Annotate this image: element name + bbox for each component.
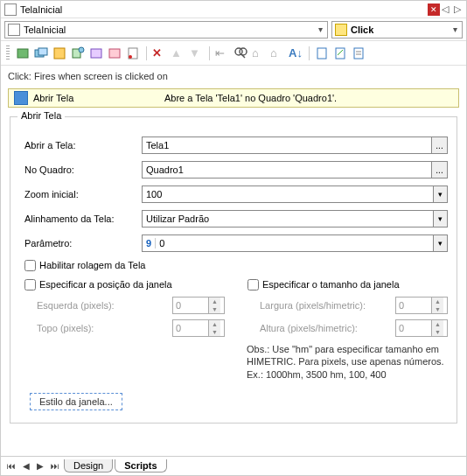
action-header[interactable]: Abrir Tela Abre a Tela 'Tela1' no Quadro… xyxy=(8,88,459,108)
altura-input xyxy=(396,323,431,333)
himetric-note: Obs.: Use "hm" para especificar tamanho … xyxy=(19,340,448,389)
toolbar-btn-2[interactable] xyxy=(32,45,50,62)
toolbar-btn-1[interactable] xyxy=(14,45,31,62)
svg-point-5 xyxy=(79,47,84,52)
label-abrir-tela: Abrir a Tela: xyxy=(19,140,142,150)
spin-up-icon: ▲ xyxy=(432,320,443,328)
spin-down-icon: ▼ xyxy=(432,328,443,336)
group-legend: Abrir Tela xyxy=(17,110,65,121)
abrir-tela-input[interactable] xyxy=(143,140,431,150)
label-largura: Largura (pixels/himetric): xyxy=(260,300,390,311)
label-esquerda: Esquerda (pixels): xyxy=(37,300,167,311)
habilitar-rolagem-checkbox[interactable] xyxy=(24,260,36,271)
chevron-down-icon[interactable]: ▾ xyxy=(451,24,459,34)
no-quadro-input[interactable] xyxy=(143,164,431,175)
habilitar-rolagem-label: Habilitar rolagem da Tela xyxy=(39,260,145,270)
action-name: Abrir Tela xyxy=(33,93,164,103)
close-icon[interactable]: ✕ xyxy=(428,4,440,16)
svg-rect-3 xyxy=(54,48,65,59)
largura-input xyxy=(396,300,431,311)
parametro-field[interactable]: 9 ▾ xyxy=(142,234,448,252)
label-alinhamento: Alinhamento da Tela: xyxy=(19,214,142,224)
alinhamento-field[interactable]: ▾ xyxy=(142,210,448,228)
zoom-input[interactable] xyxy=(143,189,433,200)
chevron-down-icon[interactable]: ▾ xyxy=(317,24,324,34)
especificar-posicao-label: Especificar a posição da janela xyxy=(39,279,172,290)
toolbar-separator xyxy=(206,45,213,62)
svg-rect-6 xyxy=(91,49,101,58)
chevron-down-icon[interactable]: ▾ xyxy=(433,235,447,251)
largura-spinner: ▲▼ xyxy=(395,297,448,314)
svg-rect-14 xyxy=(336,48,345,59)
svg-point-12 xyxy=(240,48,247,55)
event-combo[interactable]: Click ▾ xyxy=(331,21,463,38)
label-altura: Altura (pixels/himetric): xyxy=(260,323,390,333)
event-description: Click: Fires when screen is clicked on xyxy=(1,66,466,87)
esquerda-input xyxy=(173,300,208,311)
toolbar-btn-3[interactable] xyxy=(51,45,68,62)
window-title: TelaInicial xyxy=(20,4,424,15)
tab-nav-last-icon[interactable]: ⏭ xyxy=(48,461,62,471)
spin-down-icon: ▼ xyxy=(209,305,220,313)
tab-scripts[interactable]: Scripts xyxy=(115,459,166,472)
nav-next-icon[interactable]: ▷ xyxy=(452,4,463,15)
delete-icon[interactable]: ✕ xyxy=(150,45,168,62)
object-combo[interactable]: TelaInicial ▾ xyxy=(4,21,328,38)
toolbar-separator xyxy=(143,45,150,62)
parametro-input[interactable] xyxy=(156,238,433,248)
svg-rect-2 xyxy=(38,48,47,55)
toolbar-btn-a2: ⌂ xyxy=(268,45,286,62)
abrir-tela-field[interactable]: ... xyxy=(142,136,448,154)
bottom-tabstrip: ⏮ ◀ ▶ ⏭ Design Scripts xyxy=(1,456,466,475)
doc-icon-2[interactable] xyxy=(331,45,349,62)
tab-nav-next-icon[interactable]: ▶ xyxy=(34,461,46,471)
label-zoom: Zoom inicial: xyxy=(19,189,142,200)
toolbar-separator xyxy=(305,45,312,62)
svg-point-9 xyxy=(129,55,132,59)
topo-spinner: ▲▼ xyxy=(172,319,225,337)
especificar-tamanho-checkbox[interactable] xyxy=(247,279,259,290)
ellipsis-button[interactable]: ... xyxy=(431,137,447,153)
screen-icon xyxy=(8,24,20,36)
indent-left-icon: ⇤ xyxy=(213,45,231,62)
svg-rect-0 xyxy=(17,49,28,58)
alinhamento-input[interactable] xyxy=(143,214,433,224)
tab-design[interactable]: Design xyxy=(64,459,113,472)
esquerda-spinner: ▲▼ xyxy=(172,297,225,314)
move-down-icon: ▼ xyxy=(187,45,205,62)
toolbar-btn-4[interactable] xyxy=(69,45,87,62)
toolbar-btn-6[interactable] xyxy=(106,45,123,62)
ellipsis-button[interactable]: ... xyxy=(431,162,447,178)
chevron-down-icon[interactable]: ▾ xyxy=(433,211,447,227)
estilo-janela-button[interactable]: Estilo da janela... xyxy=(30,393,122,410)
label-no-quadro: No Quadro: xyxy=(19,164,142,175)
lightning-icon xyxy=(335,24,347,36)
toolbar-btn-5[interactable] xyxy=(87,45,105,62)
toolbar-btn-a1: ⌂ xyxy=(250,45,268,62)
doc-icon-1[interactable] xyxy=(313,45,331,62)
topo-input xyxy=(173,323,208,333)
action-description: Abre a Tela 'Tela1' no Quadro 'Quadro1'. xyxy=(164,93,458,103)
label-parametro: Parâmetro: xyxy=(19,238,142,248)
altura-spinner: ▲▼ xyxy=(395,319,448,337)
nav-prev-icon[interactable]: ◁ xyxy=(440,4,450,15)
svg-rect-7 xyxy=(109,49,120,58)
spin-up-icon: ▲ xyxy=(209,298,220,305)
especificar-posicao-checkbox[interactable] xyxy=(24,279,36,290)
spin-up-icon: ▲ xyxy=(209,320,220,328)
toolbar-btn-7[interactable] xyxy=(124,45,142,62)
tab-nav-first-icon[interactable]: ⏮ xyxy=(4,461,18,471)
no-quadro-field[interactable]: ... xyxy=(142,161,448,178)
param-type-icon[interactable]: 9 xyxy=(143,238,156,248)
sort-icon[interactable]: A↓ xyxy=(287,45,304,62)
especificar-tamanho-label: Especificar o tamanho da janela xyxy=(262,279,400,290)
tab-nav-prev-icon[interactable]: ◀ xyxy=(20,461,32,471)
chevron-down-icon[interactable]: ▾ xyxy=(433,186,447,202)
doc-icon-3[interactable] xyxy=(350,45,367,62)
open-screen-icon xyxy=(14,91,28,105)
find-icon[interactable] xyxy=(232,45,249,62)
abrir-tela-group: Abrir Tela Abrir a Tela: ... No Quadro: … xyxy=(10,116,457,424)
zoom-field[interactable]: ▾ xyxy=(142,186,448,203)
toolbar-grip xyxy=(6,46,10,61)
spin-down-icon: ▼ xyxy=(432,305,443,313)
